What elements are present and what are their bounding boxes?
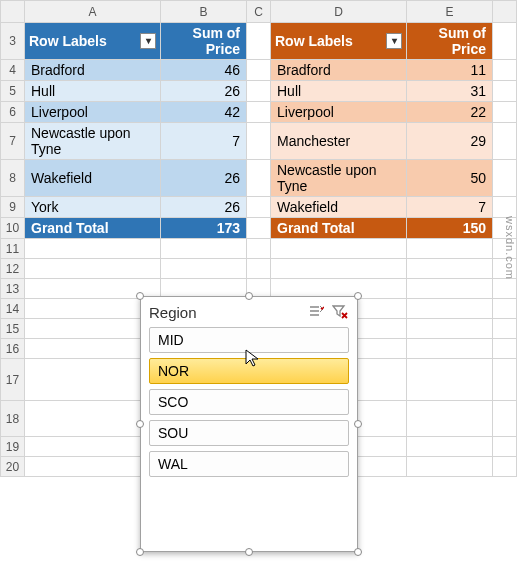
cell[interactable]	[493, 197, 517, 218]
cell[interactable]	[161, 239, 247, 259]
cell[interactable]	[407, 279, 493, 299]
slicer-item-wal[interactable]: WAL	[149, 451, 349, 477]
pivot-row-value[interactable]: 42	[161, 102, 247, 123]
cell[interactable]	[407, 259, 493, 279]
column-header[interactable]	[493, 1, 517, 23]
cell[interactable]	[493, 299, 517, 319]
cell[interactable]	[271, 259, 407, 279]
pivot-value-header[interactable]: Sum of Price	[161, 23, 247, 60]
cell[interactable]	[493, 81, 517, 102]
cell[interactable]	[247, 123, 271, 160]
pivot-row-label[interactable]: Bradford	[271, 60, 407, 81]
column-header[interactable]: A	[25, 1, 161, 23]
row-header[interactable]: 20	[1, 457, 25, 477]
pivot-row-label[interactable]: Liverpool	[271, 102, 407, 123]
pivot-row-label[interactable]: Liverpool	[25, 102, 161, 123]
row-header[interactable]: 3	[1, 23, 25, 60]
resize-handle[interactable]	[354, 420, 362, 428]
cell[interactable]	[247, 60, 271, 81]
resize-handle[interactable]	[354, 292, 362, 300]
pivot-value-header[interactable]: Sum of Price	[407, 23, 493, 60]
pivot-grand-total-label[interactable]: Grand Total	[271, 218, 407, 239]
cell[interactable]	[25, 239, 161, 259]
pivot-row-value[interactable]: 50	[407, 160, 493, 197]
row-header[interactable]: 14	[1, 299, 25, 319]
pivot-row-value[interactable]: 26	[161, 81, 247, 102]
multi-select-icon[interactable]	[307, 303, 325, 321]
pivot-row-value[interactable]: 7	[161, 123, 247, 160]
cell[interactable]	[247, 23, 271, 60]
slicer-item-nor[interactable]: NOR	[149, 358, 349, 384]
pivot-grand-total-value[interactable]: 150	[407, 218, 493, 239]
row-header[interactable]: 17	[1, 359, 25, 401]
cell[interactable]	[493, 401, 517, 437]
column-header[interactable]: C	[247, 1, 271, 23]
filter-dropdown-icon[interactable]: ▾	[140, 33, 156, 49]
row-header[interactable]: 11	[1, 239, 25, 259]
resize-handle[interactable]	[136, 292, 144, 300]
cell[interactable]	[493, 279, 517, 299]
pivot-row-label[interactable]: Newcastle upon Tyne	[25, 123, 161, 160]
cell[interactable]	[407, 437, 493, 457]
cell[interactable]	[493, 123, 517, 160]
row-header[interactable]: 9	[1, 197, 25, 218]
cell[interactable]	[247, 81, 271, 102]
cell[interactable]	[407, 401, 493, 437]
cell[interactable]	[247, 218, 271, 239]
pivot-row-label[interactable]: Wakefield	[25, 160, 161, 197]
row-header[interactable]: 13	[1, 279, 25, 299]
pivot-row-label[interactable]: Hull	[271, 81, 407, 102]
cell[interactable]	[407, 239, 493, 259]
pivot-row-value[interactable]: 29	[407, 123, 493, 160]
slicer-item-sco[interactable]: SCO	[149, 389, 349, 415]
cell[interactable]	[271, 239, 407, 259]
column-header[interactable]: B	[161, 1, 247, 23]
cell[interactable]	[247, 239, 271, 259]
resize-handle[interactable]	[136, 420, 144, 428]
cell[interactable]	[493, 359, 517, 401]
pivot-row-value[interactable]: 31	[407, 81, 493, 102]
resize-handle[interactable]	[245, 548, 253, 556]
cell[interactable]	[161, 259, 247, 279]
pivot-row-value[interactable]: 7	[407, 197, 493, 218]
resize-handle[interactable]	[136, 548, 144, 556]
cell[interactable]	[493, 319, 517, 339]
row-header[interactable]: 10	[1, 218, 25, 239]
pivot-row-label[interactable]: Wakefield	[271, 197, 407, 218]
cell[interactable]	[407, 457, 493, 477]
pivot-row-label[interactable]: York	[25, 197, 161, 218]
row-header[interactable]: 5	[1, 81, 25, 102]
resize-handle[interactable]	[354, 548, 362, 556]
resize-handle[interactable]	[245, 292, 253, 300]
cell[interactable]	[493, 339, 517, 359]
pivot-grand-total-value[interactable]: 173	[161, 218, 247, 239]
row-header[interactable]: 18	[1, 401, 25, 437]
slicer-item-sou[interactable]: SOU	[149, 420, 349, 446]
column-header[interactable]: D	[271, 1, 407, 23]
cell[interactable]	[247, 259, 271, 279]
row-header[interactable]: 12	[1, 259, 25, 279]
cell[interactable]	[493, 160, 517, 197]
column-header[interactable]: E	[407, 1, 493, 23]
pivot-row-label[interactable]: Newcastle upon Tyne	[271, 160, 407, 197]
pivot-grand-total-label[interactable]: Grand Total	[25, 218, 161, 239]
cell[interactable]	[247, 160, 271, 197]
pivot-row-value[interactable]: 22	[407, 102, 493, 123]
row-header[interactable]: 4	[1, 60, 25, 81]
cell[interactable]	[247, 102, 271, 123]
slicer-region[interactable]: Region MIDNORSCOSOUWAL	[140, 296, 358, 552]
pivot-row-label[interactable]: Hull	[25, 81, 161, 102]
clear-filter-icon[interactable]	[331, 303, 349, 321]
cell[interactable]	[493, 437, 517, 457]
pivot-row-value[interactable]: 26	[161, 197, 247, 218]
filter-dropdown-icon[interactable]: ▾	[386, 33, 402, 49]
cell[interactable]: Row Labels▾	[271, 23, 407, 60]
row-header[interactable]: 6	[1, 102, 25, 123]
row-header[interactable]: 8	[1, 160, 25, 197]
pivot-row-label[interactable]: Manchester	[271, 123, 407, 160]
cell[interactable]	[493, 457, 517, 477]
column-header[interactable]	[1, 1, 25, 23]
row-header[interactable]: 16	[1, 339, 25, 359]
cell[interactable]	[407, 299, 493, 319]
cell[interactable]	[493, 102, 517, 123]
